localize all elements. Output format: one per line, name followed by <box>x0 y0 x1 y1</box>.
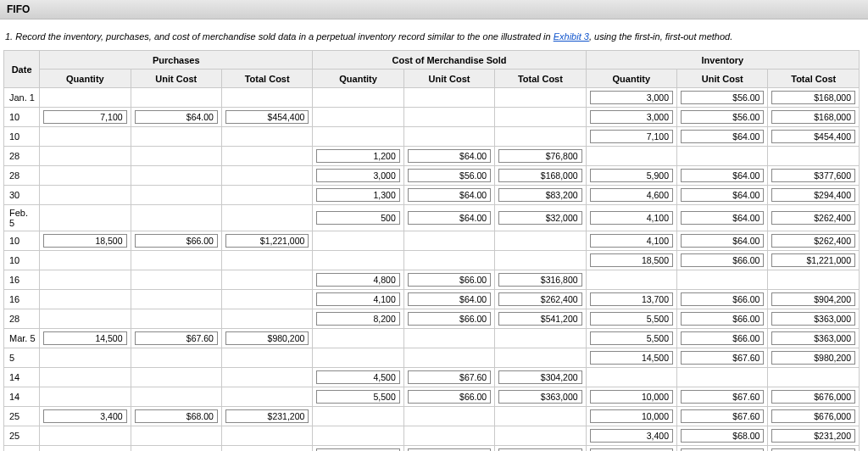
inv-unitcost-input[interactable]: $64.00 <box>681 130 764 143</box>
purchase-totalcost-input[interactable]: $1,221,000 <box>225 234 309 248</box>
cogs-qty-input[interactable]: 4,800 <box>316 273 399 287</box>
inv-qty-input[interactable]: 18,500 <box>590 253 673 267</box>
cogs-qty-input[interactable]: 3,000 <box>316 169 399 182</box>
cogs-qty-input[interactable]: 4,500 <box>316 370 399 384</box>
purchase-totalcost-cell <box>221 368 312 387</box>
purchase-unitcost-cell <box>131 290 221 309</box>
inv-totalcost-input[interactable]: $262,400 <box>771 211 855 225</box>
cogs-unitcost-input[interactable]: $64.00 <box>408 149 491 163</box>
inv-totalcost-input[interactable]: $980,200 <box>771 351 855 365</box>
inv-unitcost-input[interactable]: $67.60 <box>681 390 764 404</box>
inv-unitcost-input[interactable]: $67.60 <box>681 409 764 423</box>
purchase-qty-input[interactable]: 18,500 <box>43 234 126 248</box>
inv-unitcost-input[interactable]: $64.00 <box>681 169 764 182</box>
inv-unitcost-input[interactable]: $66.00 <box>681 253 764 267</box>
inv-unitcost-input[interactable]: $68.00 <box>681 429 764 443</box>
cogs-totalcost-input[interactable]: $76,800 <box>498 149 581 163</box>
cogs-unitcost-input[interactable]: $64.00 <box>408 188 491 202</box>
inv-unitcost-input[interactable]: $56.00 <box>681 91 764 104</box>
inv-totalcost-input[interactable]: $676,000 <box>771 409 855 423</box>
inv-qty-input[interactable]: 3,000 <box>590 91 673 104</box>
purchase-qty-input[interactable]: 14,500 <box>43 331 126 345</box>
cogs-totalcost-input[interactable]: $168,000 <box>498 169 581 182</box>
inv-qty-input[interactable]: 10,000 <box>590 409 673 423</box>
inv-totalcost-input[interactable]: $168,000 <box>771 91 855 104</box>
purchase-totalcost-input[interactable]: $231,200 <box>225 409 309 423</box>
inv-totalcost-input[interactable]: $363,000 <box>771 312 855 326</box>
inv-qty-input[interactable]: 4,100 <box>590 211 673 225</box>
inv-qty-input[interactable]: 7,100 <box>590 130 673 143</box>
inv-unitcost-input[interactable]: $66.00 <box>681 312 764 326</box>
cogs-unitcost-input[interactable]: $66.00 <box>408 273 491 287</box>
purchase-qty-input[interactable]: 3,400 <box>43 409 126 423</box>
purchase-unitcost-input[interactable]: $67.60 <box>135 331 218 345</box>
cogs-unitcost-input[interactable]: $67.60 <box>408 370 491 384</box>
inv-unitcost-cell: $56.00 <box>677 88 768 108</box>
cogs-unitcost-cell <box>403 426 494 446</box>
table-row: Jan. 13,000$56.00$168,000 <box>4 88 860 108</box>
inv-unitcost-input[interactable]: $66.00 <box>681 292 764 306</box>
inv-totalcost-input[interactable]: $231,200 <box>771 429 855 443</box>
cogs-qty-input[interactable]: 4,100 <box>316 292 399 306</box>
inv-qty-input[interactable]: 5,500 <box>590 312 673 326</box>
inv-qty-input[interactable]: 3,000 <box>590 110 673 124</box>
inv-totalcost-input[interactable]: $676,000 <box>771 390 855 404</box>
purchase-totalcost-input[interactable]: $980,200 <box>225 331 309 345</box>
inv-unitcost-input[interactable]: $64.00 <box>681 188 764 202</box>
inv-qty-input[interactable]: 4,600 <box>590 188 673 202</box>
cogs-qty-input[interactable]: 5,500 <box>316 390 399 404</box>
inv-totalcost-input[interactable]: $363,000 <box>771 331 855 345</box>
cogs-totalcost-input[interactable]: $304,200 <box>498 370 581 384</box>
purchase-unitcost-input[interactable]: $66.00 <box>135 234 218 248</box>
inv-qty-input[interactable]: 14,500 <box>590 351 673 365</box>
purchase-totalcost-input[interactable]: $454,400 <box>225 110 309 124</box>
cogs-unitcost-input[interactable]: $64.00 <box>408 292 491 306</box>
cogs-totalcost-input[interactable]: $316,800 <box>498 273 581 287</box>
cogs-qty-input[interactable]: 8,200 <box>316 312 399 326</box>
table-row: 281,200$64.00$76,800 <box>4 147 860 166</box>
inv-unitcost-cell <box>677 368 768 387</box>
purchase-unitcost-input[interactable]: $68.00 <box>135 409 218 423</box>
inv-unitcost-input[interactable]: $56.00 <box>681 110 764 124</box>
cogs-qty-input[interactable]: 500 <box>316 211 399 225</box>
cogs-totalcost-input[interactable]: $83,200 <box>498 188 581 202</box>
inv-totalcost-input[interactable]: $168,000 <box>771 110 855 124</box>
cogs-unitcost-input[interactable]: $56.00 <box>408 169 491 182</box>
cogs-totalcost-input[interactable]: $363,000 <box>498 390 581 404</box>
inv-qty-input[interactable]: 10,000 <box>590 390 673 404</box>
date-cell: 10 <box>4 108 40 127</box>
inv-qty-input[interactable]: 5,500 <box>590 331 673 345</box>
cogs-unitcost-input[interactable]: $64.00 <box>408 211 491 225</box>
inv-qty-input[interactable]: 5,900 <box>590 169 673 182</box>
purchase-unitcost-cell <box>131 166 221 186</box>
purchase-unitcost-input[interactable]: $64.00 <box>135 110 218 124</box>
cogs-qty-input[interactable]: 1,300 <box>316 188 399 202</box>
exhibit-link[interactable]: Exhibit 3 <box>554 31 589 42</box>
inv-totalcost-input[interactable]: $377,600 <box>771 169 855 182</box>
inv-unitcost-input[interactable]: $66.00 <box>681 331 764 345</box>
inv-qty-input[interactable]: 3,400 <box>590 429 673 443</box>
purchase-unitcost-cell: $67.60 <box>131 329 221 348</box>
cogs-unitcost-input[interactable]: $66.00 <box>408 390 491 404</box>
inv-totalcost-input[interactable]: $904,200 <box>771 292 855 306</box>
date-cell: 5 <box>4 348 40 368</box>
inv-totalcost-input[interactable]: $262,400 <box>771 234 855 248</box>
purchase-qty-input[interactable]: 7,100 <box>43 110 126 124</box>
cogs-qty-input[interactable]: 1,200 <box>316 149 399 163</box>
purchase-totalcost-cell <box>221 270 312 290</box>
inv-totalcost-input[interactable]: $1,221,000 <box>771 253 855 267</box>
inv-totalcost-input[interactable]: $294,400 <box>771 188 855 202</box>
inv-unitcost-input[interactable]: $64.00 <box>681 234 764 248</box>
inv-unitcost-input[interactable]: $64.00 <box>681 211 764 225</box>
table-row: 253,400$68.00$231,20010,000$67.60$676,00… <box>4 407 860 426</box>
inv-totalcost-input[interactable]: $454,400 <box>771 130 855 143</box>
inv-qty-input[interactable]: 4,100 <box>590 234 673 248</box>
purchase-totalcost-cell <box>221 387 312 407</box>
inv-qty-input[interactable]: 13,700 <box>590 292 673 306</box>
cogs-totalcost-input[interactable]: $262,400 <box>498 292 581 306</box>
cogs-totalcost-input[interactable]: $541,200 <box>498 312 581 326</box>
table-row: 107,100$64.00$454,4003,000$56.00$168,000 <box>4 108 860 127</box>
cogs-totalcost-input[interactable]: $32,000 <box>498 211 581 225</box>
cogs-unitcost-input[interactable]: $66.00 <box>408 312 491 326</box>
inv-unitcost-input[interactable]: $67.60 <box>681 351 764 365</box>
